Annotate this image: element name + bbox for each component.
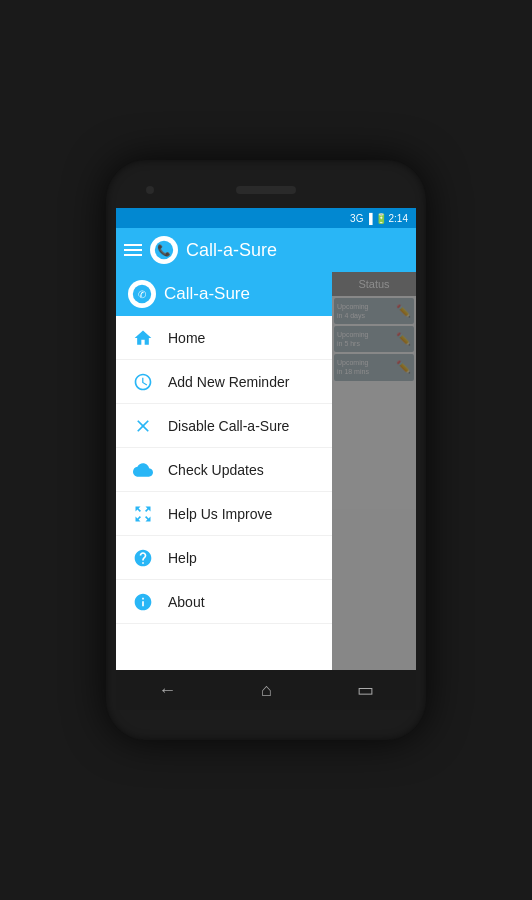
navigation-bar: ← ⌂ ▭ <box>116 670 416 710</box>
battery-icon: 🔋 <box>375 213 387 224</box>
drawer-header-title: Call-a-Sure <box>164 284 250 304</box>
alarm-icon <box>132 371 154 393</box>
drawer-item-label: Help <box>168 550 197 566</box>
drawer-item-disable[interactable]: Disable Call-a-Sure <box>116 404 332 448</box>
home-icon <box>132 327 154 349</box>
app-bar: 📞 Call-a-Sure <box>116 228 416 272</box>
app-title: Call-a-Sure <box>186 240 277 261</box>
drawer-item-help[interactable]: Help <box>116 536 332 580</box>
close-icon <box>132 415 154 437</box>
drawer-item-label: Add New Reminder <box>168 374 289 390</box>
drawer-item-label: Help Us Improve <box>168 506 272 522</box>
status-bar: 3G ▐ 🔋 2:14 <box>116 208 416 228</box>
front-camera <box>146 186 154 194</box>
svg-text:📞: 📞 <box>157 243 171 257</box>
drawer-item-home[interactable]: Home <box>116 316 332 360</box>
cloud-icon <box>132 459 154 481</box>
network-indicator: 3G <box>350 213 363 224</box>
app-logo: 📞 <box>150 236 178 264</box>
hamburger-menu-button[interactable] <box>124 244 142 256</box>
status-icons: 3G ▐ 🔋 2:14 <box>350 213 408 224</box>
home-button[interactable]: ⌂ <box>245 674 288 707</box>
drawer-item-label: Check Updates <box>168 462 264 478</box>
phone-device: 3G ▐ 🔋 2:14 📞 Call-a-Sure <box>106 160 426 740</box>
drawer-item-add-reminder[interactable]: Add New Reminder <box>116 360 332 404</box>
recents-button[interactable]: ▭ <box>341 673 390 707</box>
back-button[interactable]: ← <box>142 674 192 707</box>
drawer-item-check-updates[interactable]: Check Updates <box>116 448 332 492</box>
time-display: 2:14 <box>389 213 408 224</box>
drawer-header: ✆ Call-a-Sure <box>116 272 332 316</box>
phone-speaker <box>236 186 296 194</box>
background-dim-overlay <box>332 272 416 670</box>
drawer-item-help-improve[interactable]: Help Us Improve <box>116 492 332 536</box>
drawer-logo: ✆ <box>128 280 156 308</box>
svg-text:✆: ✆ <box>138 289 146 300</box>
phone-top-bar <box>116 178 416 202</box>
drawer-item-label: About <box>168 594 205 610</box>
navigation-drawer: ✆ Call-a-Sure Home <box>116 272 332 670</box>
signal-icon: ▐ <box>365 213 372 224</box>
info-icon <box>132 591 154 613</box>
main-content: Status Upcomingin 4 days ✏️ Upcomingin 5… <box>116 272 416 670</box>
drawer-item-about[interactable]: About <box>116 580 332 624</box>
drawer-item-label: Disable Call-a-Sure <box>168 418 289 434</box>
help-icon <box>132 547 154 569</box>
drawer-item-label: Home <box>168 330 205 346</box>
phone-screen: 3G ▐ 🔋 2:14 📞 Call-a-Sure <box>116 208 416 710</box>
fullscreen-icon <box>132 503 154 525</box>
